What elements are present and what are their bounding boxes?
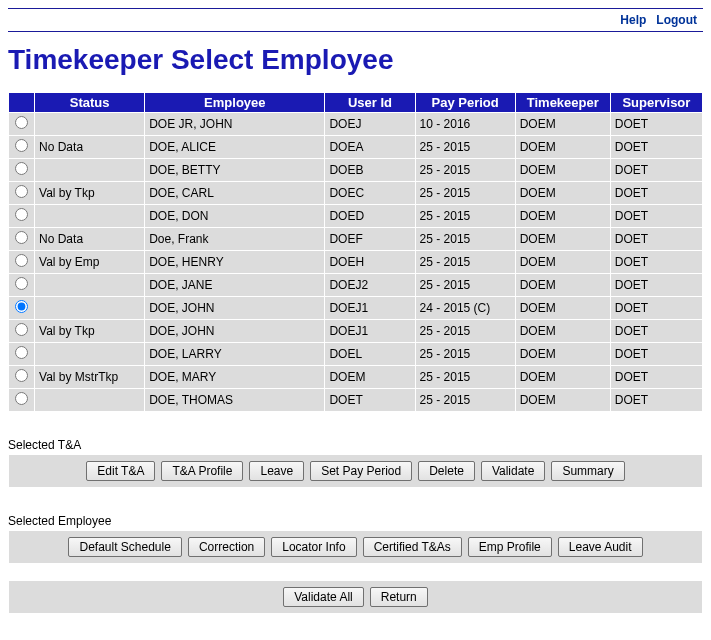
table-row: Val by TkpDOE, JOHNDOEJ125 - 2015DOEMDOE… (9, 320, 703, 343)
validate-all-button[interactable]: Validate All (283, 587, 363, 607)
row-select-radio[interactable] (15, 139, 28, 152)
row-select-radio[interactable] (15, 231, 28, 244)
selected-ta-toolbar: Edit T&A T&A Profile Leave Set Pay Perio… (8, 454, 703, 488)
cell-status (35, 389, 145, 412)
row-radio-cell (9, 251, 35, 274)
table-row: DOE, DONDOED25 - 2015DOEMDOET (9, 205, 703, 228)
default-schedule-button[interactable]: Default Schedule (68, 537, 181, 557)
cell-timekeeper: DOEM (515, 205, 610, 228)
table-row: DOE, BETTYDOEB25 - 2015DOEMDOET (9, 159, 703, 182)
set-pay-period-button[interactable]: Set Pay Period (310, 461, 412, 481)
employee-table: Status Employee User Id Pay Period Timek… (8, 92, 703, 412)
cell-supervisor: DOET (610, 228, 702, 251)
row-select-radio[interactable] (15, 300, 28, 313)
cell-supervisor: DOET (610, 366, 702, 389)
row-select-radio[interactable] (15, 208, 28, 221)
logout-link[interactable]: Logout (656, 13, 697, 27)
cell-userid: DOED (325, 205, 415, 228)
col-employee: Employee (145, 93, 325, 113)
cell-supervisor: DOET (610, 274, 702, 297)
cell-timekeeper: DOEM (515, 228, 610, 251)
table-row: DOE, THOMASDOET25 - 2015DOEMDOET (9, 389, 703, 412)
row-select-radio[interactable] (15, 346, 28, 359)
cell-userid: DOEJ1 (325, 320, 415, 343)
row-select-radio[interactable] (15, 116, 28, 129)
cell-supervisor: DOET (610, 182, 702, 205)
cell-supervisor: DOET (610, 159, 702, 182)
cell-timekeeper: DOEM (515, 389, 610, 412)
cell-payperiod: 10 - 2016 (415, 113, 515, 136)
cell-supervisor: DOET (610, 113, 702, 136)
certified-tas-button[interactable]: Certified T&As (363, 537, 462, 557)
footer-toolbar: Validate All Return (8, 580, 703, 614)
cell-payperiod: 25 - 2015 (415, 182, 515, 205)
cell-payperiod: 25 - 2015 (415, 343, 515, 366)
cell-timekeeper: DOEM (515, 366, 610, 389)
cell-status (35, 274, 145, 297)
cell-userid: DOEC (325, 182, 415, 205)
row-select-radio[interactable] (15, 185, 28, 198)
cell-employee: DOE, JOHN (145, 297, 325, 320)
leave-button[interactable]: Leave (249, 461, 304, 481)
row-radio-cell (9, 159, 35, 182)
row-radio-cell (9, 297, 35, 320)
cell-employee: DOE, LARRY (145, 343, 325, 366)
table-row: DOE JR, JOHNDOEJ10 - 2016DOEMDOET (9, 113, 703, 136)
correction-button[interactable]: Correction (188, 537, 265, 557)
row-select-radio[interactable] (15, 254, 28, 267)
top-nav: Help Logout (8, 9, 703, 31)
cell-employee: DOE, DON (145, 205, 325, 228)
table-header-row: Status Employee User Id Pay Period Timek… (9, 93, 703, 113)
table-row: No DataDoe, FrankDOEF25 - 2015DOEMDOET (9, 228, 703, 251)
cell-payperiod: 25 - 2015 (415, 389, 515, 412)
cell-employee: DOE, JANE (145, 274, 325, 297)
row-select-radio[interactable] (15, 162, 28, 175)
ta-profile-button[interactable]: T&A Profile (161, 461, 243, 481)
cell-employee: DOE, HENRY (145, 251, 325, 274)
col-payperiod: Pay Period (415, 93, 515, 113)
cell-timekeeper: DOEM (515, 182, 610, 205)
return-button[interactable]: Return (370, 587, 428, 607)
row-select-radio[interactable] (15, 323, 28, 336)
emp-profile-button[interactable]: Emp Profile (468, 537, 552, 557)
cell-timekeeper: DOEM (515, 159, 610, 182)
validate-button[interactable]: Validate (481, 461, 545, 481)
cell-employee: DOE, THOMAS (145, 389, 325, 412)
row-select-radio[interactable] (15, 277, 28, 290)
cell-timekeeper: DOEM (515, 274, 610, 297)
row-select-radio[interactable] (15, 369, 28, 382)
cell-employee: DOE, CARL (145, 182, 325, 205)
cell-employee: Doe, Frank (145, 228, 325, 251)
cell-status (35, 159, 145, 182)
leave-audit-button[interactable]: Leave Audit (558, 537, 643, 557)
cell-timekeeper: DOEM (515, 320, 610, 343)
locator-info-button[interactable]: Locator Info (271, 537, 356, 557)
cell-payperiod: 25 - 2015 (415, 228, 515, 251)
cell-employee: DOE, BETTY (145, 159, 325, 182)
cell-status (35, 343, 145, 366)
cell-timekeeper: DOEM (515, 297, 610, 320)
summary-button[interactable]: Summary (551, 461, 624, 481)
cell-status: Val by Tkp (35, 182, 145, 205)
edit-ta-button[interactable]: Edit T&A (86, 461, 155, 481)
cell-supervisor: DOET (610, 389, 702, 412)
help-link[interactable]: Help (620, 13, 646, 27)
cell-userid: DOET (325, 389, 415, 412)
cell-payperiod: 25 - 2015 (415, 205, 515, 228)
col-userid: User Id (325, 93, 415, 113)
table-row: DOE, JANEDOEJ225 - 2015DOEMDOET (9, 274, 703, 297)
cell-employee: DOE, MARY (145, 366, 325, 389)
row-radio-cell (9, 389, 35, 412)
cell-payperiod: 25 - 2015 (415, 274, 515, 297)
col-timekeeper: Timekeeper (515, 93, 610, 113)
cell-status (35, 205, 145, 228)
table-row: Val by TkpDOE, CARLDOEC25 - 2015DOEMDOET (9, 182, 703, 205)
cell-userid: DOEL (325, 343, 415, 366)
cell-userid: DOEJ2 (325, 274, 415, 297)
row-select-radio[interactable] (15, 392, 28, 405)
selected-employee-label: Selected Employee (8, 514, 703, 528)
cell-userid: DOEJ1 (325, 297, 415, 320)
cell-payperiod: 25 - 2015 (415, 366, 515, 389)
cell-status (35, 113, 145, 136)
delete-button[interactable]: Delete (418, 461, 475, 481)
